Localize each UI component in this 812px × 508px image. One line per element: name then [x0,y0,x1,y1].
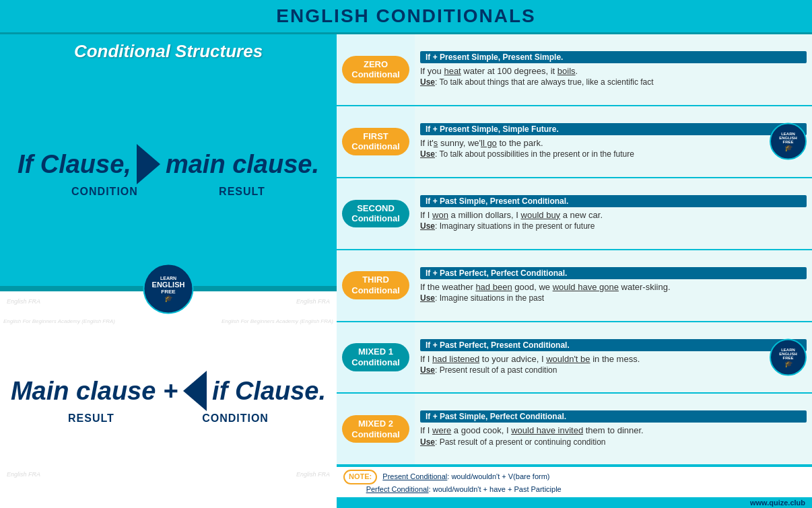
second-formula: If + Past Simple, Present Conditional. [420,195,807,207]
third-conditional-row: THIRDConditional If + Past Perfect, Perf… [337,250,812,322]
footer: www.quize.club [337,497,812,508]
mixed2-use: Use: Past result of a present or continu… [420,437,807,448]
horizontal-divider: LEARN ENGLISH FREE 🎓 [0,286,337,291]
first-conditional-row: FIRSTConditional If + Present Simple, Si… [337,106,812,178]
left-panel: Conditional Structures If Clause, main c… [0,34,337,508]
badge-icon-1: 🎓 [784,144,792,151]
badge-icon-2: 🎓 [784,359,792,367]
main-layout: Conditional Structures If Clause, main c… [0,34,812,508]
page-title: ENGLISH CONDITIONALS [0,5,812,27]
header: ENGLISH CONDITIONALS [0,0,812,34]
badge-text-1: LEARNENGLISHFREE [779,132,797,144]
mixed2-conditional-content: If + Past Simple, Perfect Conditional. I… [415,394,812,464]
left-panel-title-section: Conditional Structures [0,34,337,65]
third-conditional-content: If + Past Perfect, Perfect Conditional. … [415,250,812,321]
mixed1-example: If I had listened to your advice, I woul… [420,353,807,365]
first-example: If it's sunny, we'll go to the park. [420,137,807,149]
mixed2-conditional-badge: MIXED 2Conditional [342,415,409,443]
second-use: Use: Imaginary situations in the present… [420,221,807,232]
watermark-5: English FRA [7,471,40,478]
first-learn-badge: LEARNENGLISHFREE 🎓 [770,123,807,160]
second-conditional-badge: SECONDConditional [342,200,409,227]
arrow-left-icon [183,371,207,411]
if-clause-section: If Clause, main clause. CONDITION RESULT [0,65,337,286]
if-clause-bottom-label: if Clause. [212,377,326,406]
second-example: If I won a million dollars, I would buy … [420,209,807,221]
learn-english-badge: LEARN ENGLISH FREE 🎓 [143,263,194,314]
mixed1-learn-badge: LEARNENGLISHFREE 🎓 [770,338,807,375]
main-clause-label: main clause. [166,150,319,179]
mixed1-conditional-badge: MIXED 1Conditional [342,343,409,371]
mixed2-conditional-row: MIXED 2Conditional If + Past Simple, Per… [337,394,812,466]
second-conditional-content: If + Past Simple, Present Conditional. I… [415,178,812,249]
watermark-2: English FRA [296,298,330,305]
mixed1-conditional-row: MIXED 1Conditional If + Past Perfect, Pr… [337,322,812,394]
badge-learn-text: LEARN [160,275,176,280]
zero-example: If you heat water at 100 degrees, it boi… [420,65,807,77]
mixed1-conditional-content: If + Past Perfect, Present Conditional. … [415,322,812,393]
zero-conditional-content: If + Present Simple, Present Simple. If … [415,34,812,105]
note-perfect-label: Perfect Conditional [366,485,429,493]
result-label-top: RESULT [219,186,265,198]
third-example: If the weather had been good, we would h… [420,281,807,293]
right-panel: ZEROConditional If + Present Simple, Pre… [337,34,812,508]
mixed2-example: If I were a good cook, I would have invi… [420,425,807,437]
main-clause-section-wrapper: English FRA English FRA English For Begi… [0,291,337,509]
mixed1-formula: If + Past Perfect, Present Conditional. [420,339,807,351]
footer-url: www.quize.club [750,499,805,507]
zero-conditional-row: ZEROConditional If + Present Simple, Pre… [337,34,812,106]
note-line-2: Perfect Conditional: would/wouldn't + ha… [343,484,805,495]
mixed2-conditional-label: MIXED 2Conditional [351,419,400,439]
first-conditional-label: FIRSTConditional [351,131,400,152]
watermark-6: English FRA [296,471,330,478]
third-formula: If + Past Perfect, Perfect Conditional. [420,267,807,279]
zero-use: Use: To talk about things that are alway… [420,77,807,88]
note-line-1: NOTE: Present Conditional: would/wouldn'… [343,470,805,484]
left-panel-title: Conditional Structures [10,41,327,62]
note-badge: NOTE: [343,470,377,484]
zero-conditional-badge: ZEROConditional [342,56,409,83]
mixed2-formula: If + Past Simple, Perfect Conditional. [420,410,807,423]
result-label-bottom: RESULT [68,412,114,425]
main-clause-bottom-label: Main clause + [11,377,178,406]
note-present-label: Present Conditional [382,472,447,480]
third-use: Use: Imagine situations in the past [420,293,807,304]
second-conditional-label: SECONDConditional [351,203,400,224]
mixed1-conditional-label: MIXED 1Conditional [351,347,400,367]
zero-formula: If + Present Simple, Present Simple. [420,51,807,63]
watermark-3: English For Beginners Academy (English F… [3,318,115,324]
third-conditional-label: THIRDConditional [351,275,400,295]
watermark-4: English For Beginners Academy (English F… [222,318,333,324]
mixed1-use: Use: Present result of a past condition [420,365,807,376]
first-use: Use: To talk about possibilities in the … [420,149,807,160]
zero-conditional-label: ZEROConditional [351,59,400,80]
badge-english-text: ENGLISH [152,280,185,288]
third-conditional-badge: THIRDConditional [342,271,409,299]
condition-label-top: CONDITION [71,186,138,198]
badge-free-text: FREE [161,288,175,294]
first-conditional-content: If + Present Simple, Simple Future. If i… [415,106,812,177]
arrow-right-icon [137,144,160,184]
watermark-1: English FRA [7,298,40,305]
first-formula: If + Present Simple, Simple Future. [420,123,807,135]
condition-label-bottom: CONDITION [202,412,269,425]
first-conditional-badge: FIRSTConditional [342,128,409,155]
main-clause-row: Main clause + if Clause. RESULT CONDITIO… [7,295,330,505]
if-clause-label: If Clause, [18,150,131,179]
badge-text-2: LEARNENGLISHFREE [779,347,797,359]
note-section: NOTE: Present Conditional: would/wouldn'… [337,466,812,497]
second-conditional-row: SECONDConditional If + Past Simple, Pres… [337,178,812,250]
